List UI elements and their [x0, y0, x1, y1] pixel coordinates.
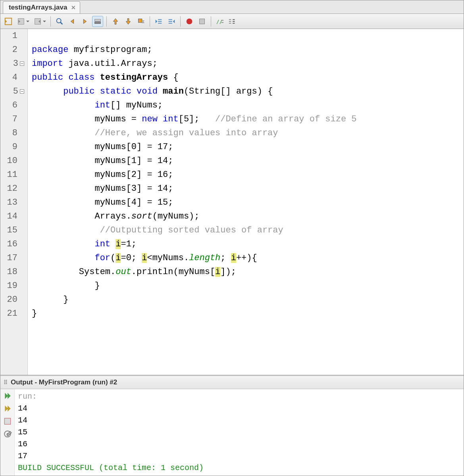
toggle-bookmark-button[interactable]: [135, 16, 146, 27]
fold-toggle-icon[interactable]: −: [20, 89, 24, 94]
tab-filename: testingArrays.java: [9, 4, 67, 12]
code-line[interactable]: import java.util.Arrays;: [28, 57, 464, 71]
line-number: 6: [0, 98, 27, 112]
rerun-alt-icon[interactable]: [3, 404, 12, 413]
comment-button[interactable]: //: [214, 16, 225, 27]
svg-rect-26: [233, 23, 235, 23]
uncomment-button[interactable]: [227, 16, 238, 27]
line-number: 7: [0, 112, 27, 126]
code-line[interactable]: for(i=0; i<myNums.length; i++){: [28, 251, 464, 265]
code-line[interactable]: //Outputting sorted values of array: [28, 223, 464, 237]
shift-line-up-button[interactable]: [110, 16, 121, 27]
svg-rect-14: [169, 21, 172, 22]
svg-rect-13: [169, 19, 172, 20]
svg-rect-19: [221, 20, 224, 21]
code-line[interactable]: }: [28, 279, 464, 293]
svg-rect-17: [200, 19, 205, 24]
svg-text://: //: [216, 18, 223, 24]
line-number: 21: [0, 307, 27, 321]
source-nav-button[interactable]: [3, 16, 14, 27]
output-line: BUILD SUCCESSFUL (total time: 1 second): [18, 462, 460, 474]
line-number: 20: [0, 293, 27, 307]
separator: [50, 16, 51, 27]
svg-rect-15: [169, 23, 172, 23]
output-sidebar: [0, 389, 15, 476]
svg-rect-24: [233, 19, 235, 20]
separator: [106, 16, 107, 27]
svg-rect-12: [158, 23, 162, 23]
line-number: 18: [0, 265, 27, 279]
code-line[interactable]: public static void main(String[] args) {: [28, 84, 464, 98]
svg-rect-11: [158, 21, 162, 22]
find-button[interactable]: [54, 16, 65, 27]
start-macro-button[interactable]: [184, 16, 195, 27]
code-line[interactable]: [28, 29, 464, 43]
output-line: run:: [18, 391, 460, 403]
next-occurrence-button[interactable]: [79, 16, 90, 27]
file-tab[interactable]: testingArrays.java ✕: [3, 1, 80, 13]
line-number: 4: [0, 71, 27, 84]
code-line[interactable]: myNums[3] = 14;: [28, 182, 464, 196]
svg-rect-10: [158, 19, 162, 20]
code-line[interactable]: myNums[1] = 14;: [28, 154, 464, 168]
fold-toggle-icon[interactable]: −: [20, 61, 24, 66]
line-number: 17: [0, 251, 27, 265]
forward-history-button[interactable]: [32, 16, 43, 27]
toggle-highlight-button[interactable]: [92, 16, 103, 27]
svg-rect-20: [221, 22, 224, 23]
code-line[interactable]: myNums[0] = 17;: [28, 140, 464, 154]
separator: [150, 16, 150, 27]
code-line[interactable]: int[] myNums;: [28, 98, 464, 112]
line-number: 14: [0, 209, 27, 223]
back-history-button[interactable]: [15, 16, 27, 27]
code-line[interactable]: myNums[4] = 15;: [28, 196, 464, 209]
line-number: 10: [0, 154, 27, 168]
output-panel: Output - MyFirstProgram (run) #2 run:141…: [0, 375, 464, 476]
svg-rect-9: [139, 19, 142, 22]
settings-output-icon[interactable]: [3, 430, 12, 438]
output-line: 14: [18, 403, 460, 415]
code-line[interactable]: myNums[2] = 16;: [28, 168, 464, 182]
output-title: Output - MyFirstProgram (run) #2: [11, 378, 117, 386]
output-header[interactable]: Output - MyFirstProgram (run) #2: [0, 376, 464, 389]
line-number: 15: [0, 223, 27, 237]
code-line[interactable]: System.out.println(myNums[i]);: [28, 265, 464, 279]
separator: [180, 16, 181, 27]
line-number: 19: [0, 279, 27, 293]
code-line[interactable]: }: [28, 307, 464, 321]
code-line[interactable]: myNums = new int[5]; //Define an array o…: [28, 112, 464, 126]
svg-rect-23: [229, 23, 231, 23]
code-line[interactable]: package myfirstprogram;: [28, 43, 464, 57]
svg-rect-21: [229, 19, 231, 20]
output-console[interactable]: run:1414151617BUILD SUCCESSFUL (total ti…: [15, 389, 464, 476]
code-area[interactable]: package myfirstprogram;import java.util.…: [28, 29, 464, 375]
prev-occurrence-button[interactable]: [67, 16, 78, 27]
stop-macro-button[interactable]: [196, 16, 208, 27]
code-line[interactable]: int i=1;: [28, 237, 464, 251]
close-tab-icon[interactable]: ✕: [71, 4, 76, 11]
output-line: 14: [18, 415, 460, 426]
code-line[interactable]: public class testingArrays {: [28, 71, 464, 84]
shift-left-button[interactable]: [153, 16, 164, 27]
rerun-icon[interactable]: [3, 392, 12, 400]
stop-output-icon[interactable]: [3, 417, 12, 426]
line-number: 5−: [0, 84, 27, 98]
shift-right-button[interactable]: [166, 16, 177, 27]
shift-line-down-button[interactable]: [123, 16, 134, 27]
svg-point-16: [187, 18, 193, 24]
code-line[interactable]: }: [28, 293, 464, 307]
line-number: 12: [0, 182, 27, 196]
line-number: 13: [0, 196, 27, 209]
svg-rect-7: [95, 19, 101, 21]
code-line[interactable]: //Here, we assign values into array: [28, 126, 464, 140]
svg-line-6: [60, 22, 63, 24]
line-number: 16: [0, 237, 27, 251]
line-number: 11: [0, 168, 27, 182]
svg-rect-8: [95, 21, 101, 23]
line-number-gutter: 123−45−6789101112131415161718192021: [0, 29, 28, 375]
code-line[interactable]: Arrays.sort(myNums);: [28, 209, 464, 223]
output-line: 15: [18, 426, 460, 438]
code-editor[interactable]: 123−45−6789101112131415161718192021 pack…: [0, 29, 464, 375]
line-number: 3−: [0, 57, 27, 71]
svg-rect-22: [229, 21, 231, 22]
